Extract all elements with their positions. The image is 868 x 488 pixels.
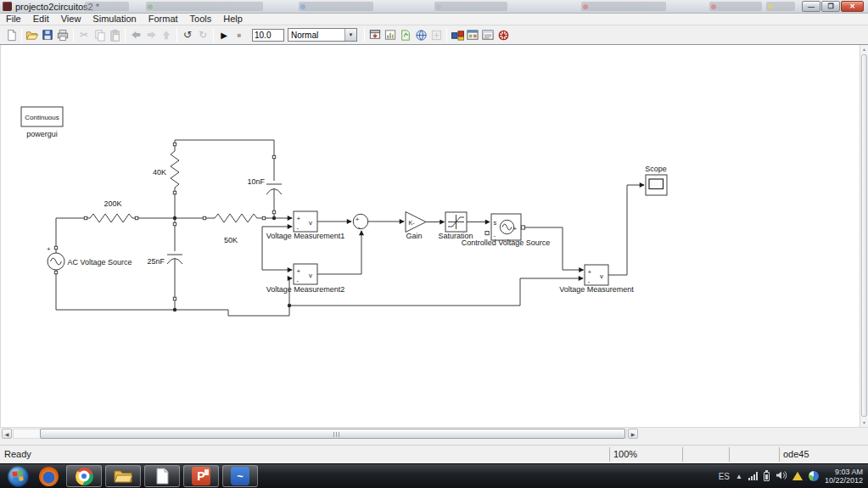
simulink-library-icon[interactable]: [450, 27, 465, 42]
title-bar: projecto2circuitos2 * — ❐ ✕: [0, 0, 868, 14]
scroll-up-icon[interactable]: ▲: [860, 45, 868, 53]
minimize-button[interactable]: —: [802, 1, 820, 12]
debug-icon[interactable]: [496, 27, 511, 42]
wire-vm3-to-scope: [608, 185, 644, 275]
vertical-scroll-thumb[interactable]: [861, 54, 867, 417]
vm1-v: v: [309, 219, 312, 227]
library-browser-icon[interactable]: [367, 27, 383, 42]
network-signal-icon[interactable]: [748, 472, 758, 480]
clock-date: 10/22/2012: [825, 476, 863, 485]
taskbar-clock[interactable]: 9:03 AM 10/22/2012: [825, 468, 863, 485]
messenger-icon: ~: [231, 467, 249, 485]
close-button[interactable]: ✕: [841, 1, 864, 12]
battery-icon[interactable]: [764, 472, 770, 481]
taskbar-item-explorer[interactable]: [105, 465, 141, 487]
language-indicator[interactable]: ES: [719, 472, 730, 481]
restore-button[interactable]: ❐: [821, 1, 840, 12]
cvs-label: Controlled Voltage Source: [462, 238, 551, 247]
block-powergui[interactable]: Continuous powergui: [21, 107, 63, 138]
background-window-ghost: [766, 2, 795, 11]
start-button[interactable]: [8, 466, 29, 487]
block-gain[interactable]: K- Gain: [406, 212, 426, 241]
vm1-plus: +: [297, 215, 301, 222]
menu-view[interactable]: View: [55, 14, 87, 25]
chevron-down-icon[interactable]: ▼: [344, 29, 356, 41]
new-model-icon[interactable]: [3, 27, 19, 42]
firefox-icon: [39, 467, 59, 486]
scroll-grip: [333, 432, 340, 437]
scroll-left-icon[interactable]: ◀: [2, 429, 12, 439]
folder-icon: [114, 468, 132, 484]
background-window-ghost: [581, 2, 666, 11]
simulink-app-icon: [3, 2, 12, 11]
block-controlled-voltage-source[interactable]: s - + Controlled Voltage Source: [462, 214, 551, 247]
start-simulation-icon[interactable]: ▶: [216, 27, 232, 42]
block-sum[interactable]: + -: [353, 214, 367, 230]
menu-format[interactable]: Format: [143, 14, 184, 25]
status-solver: ode45: [783, 449, 809, 459]
model-properties-icon[interactable]: [480, 27, 496, 42]
cut-icon[interactable]: ✂: [76, 27, 92, 42]
menu-simulation[interactable]: Simulation: [87, 14, 142, 25]
taskbar-item-powerpoint[interactable]: P: [183, 465, 219, 487]
vertical-scrollbar[interactable]: ▲ ▼: [860, 45, 868, 427]
status-ready: Ready: [4, 449, 31, 459]
model-browser-icon[interactable]: [383, 27, 398, 42]
label-10nf: 10nF: [247, 177, 265, 186]
model-canvas[interactable]: Continuous powergui + AC Voltage Source …: [0, 45, 868, 427]
menu-help[interactable]: Help: [217, 14, 249, 25]
google-drive-icon[interactable]: [792, 472, 803, 480]
horizontal-scroll-thumb[interactable]: [40, 429, 625, 439]
document-icon: [155, 468, 170, 485]
redo-icon[interactable]: ↻: [195, 27, 210, 42]
taskbar-item-notepad[interactable]: [144, 465, 180, 487]
sum-minus: -: [358, 223, 361, 231]
stop-simulation-icon[interactable]: ■: [232, 27, 247, 42]
simulation-mode-select[interactable]: Normal ▼: [288, 28, 357, 42]
build-icon[interactable]: [413, 27, 428, 42]
powergui-mode-text: Continuous: [25, 114, 59, 121]
background-window-ghost: [299, 2, 373, 11]
scroll-right-icon[interactable]: ▶: [628, 429, 638, 439]
cvs-plus: +: [513, 225, 518, 233]
menu-edit[interactable]: Edit: [27, 14, 55, 25]
block-ac-voltage-source[interactable]: + AC Voltage Source: [47, 245, 132, 270]
sum-plus: +: [356, 216, 360, 223]
toolbar: ✂ ↺ ↻ ▶ ■ Normal ▼: [0, 25, 868, 45]
gain-label: Gain: [406, 232, 422, 240]
disabled-tool-icon[interactable]: [428, 27, 444, 42]
block-voltage-measurement1[interactable]: + - v Voltage Measurement1: [266, 211, 345, 240]
hidden-icons-icon[interactable]: ▲: [736, 473, 742, 480]
wires[interactable]: [56, 140, 644, 316]
status-bar: Ready 100% ode45: [0, 445, 868, 463]
save-model-icon[interactable]: [40, 27, 55, 42]
model-explorer-icon[interactable]: [465, 27, 480, 42]
volume-icon[interactable]: [776, 470, 787, 482]
vm2-label: Voltage Measurement2: [266, 285, 345, 294]
copy-icon[interactable]: [92, 27, 107, 42]
back-icon[interactable]: [128, 27, 143, 42]
block-saturation[interactable]: Saturation: [438, 212, 473, 240]
up-icon[interactable]: [159, 27, 174, 42]
undo-icon[interactable]: ↺: [180, 27, 195, 42]
horizontal-scrollbar[interactable]: ◀ ▶: [0, 427, 868, 439]
menu-tools[interactable]: Tools: [184, 14, 218, 25]
block-voltage-measurement[interactable]: + - v Voltage Measurement: [559, 265, 634, 294]
paste-icon[interactable]: [107, 27, 122, 42]
block-voltage-measurement2[interactable]: + - v Voltage Measurement2: [266, 264, 345, 294]
windows-logo-icon: [12, 470, 24, 482]
print-icon[interactable]: [55, 27, 70, 42]
sync-icon[interactable]: [809, 471, 819, 481]
forward-icon[interactable]: [143, 27, 159, 42]
taskbar-item-messenger[interactable]: ~: [222, 465, 258, 487]
open-model-icon[interactable]: [25, 27, 40, 42]
taskbar-item-firefox[interactable]: [34, 465, 63, 488]
simulation-time-input[interactable]: [252, 29, 284, 42]
scroll-down-icon[interactable]: ▼: [860, 418, 868, 427]
block-scope[interactable]: Scope: [645, 165, 667, 195]
taskbar-item-chrome[interactable]: [66, 465, 102, 487]
menu-file[interactable]: File: [0, 14, 27, 25]
background-window-ghost: [146, 2, 263, 11]
wire-top: [175, 140, 274, 181]
update-diagram-icon[interactable]: [398, 27, 413, 42]
